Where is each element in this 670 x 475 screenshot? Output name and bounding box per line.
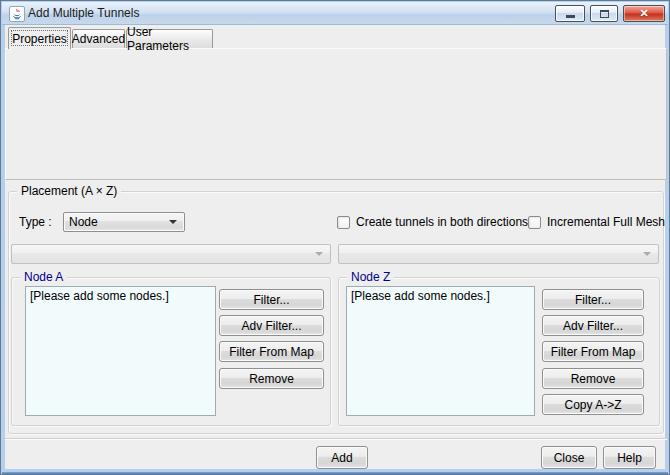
minimize-button[interactable] xyxy=(555,5,585,22)
chevron-down-icon xyxy=(643,252,651,256)
tab-user-parameters[interactable]: User Parameters xyxy=(126,29,213,48)
node-a-remove-button[interactable]: Remove xyxy=(219,368,324,389)
chevron-down-icon xyxy=(315,252,323,256)
create-both-directions-checkbox[interactable] xyxy=(337,216,350,229)
tab-user-parameters-label: User Parameters xyxy=(127,25,212,53)
tab-properties[interactable]: Properties xyxy=(8,27,71,49)
placement-type-label: Type : xyxy=(19,213,52,232)
placement-title: Placement (A × Z) xyxy=(17,184,121,199)
placement-type-value: Node xyxy=(64,215,165,229)
window-title: Add Multiple Tunnels xyxy=(28,6,139,20)
tab-focus-ring xyxy=(11,30,68,46)
tab-advanced-label: Advanced xyxy=(72,32,125,46)
chevron-down-icon xyxy=(169,220,177,224)
tab-content-pane xyxy=(5,48,667,180)
maximize-button[interactable] xyxy=(590,5,618,22)
node-z-list[interactable]: [Please add some nodes.] xyxy=(346,286,535,416)
node-a-adv-filter-button[interactable]: Adv Filter... xyxy=(219,315,324,336)
title-bar[interactable]: Add Multiple Tunnels ✕ xyxy=(2,2,668,25)
java-icon xyxy=(9,6,25,22)
node-a-title: Node A xyxy=(20,270,67,285)
maximize-icon xyxy=(600,10,609,18)
create-both-directions-label: Create tunnels in both directions xyxy=(356,213,528,232)
placement-type-select[interactable]: Node xyxy=(63,212,185,232)
placement-select-a[interactable] xyxy=(11,244,331,264)
node-z-remove-button[interactable]: Remove xyxy=(542,368,644,389)
close-dialog-button[interactable]: Close xyxy=(541,446,597,469)
incremental-full-mesh-checkbox[interactable] xyxy=(528,216,541,229)
incremental-full-mesh-label: Incremental Full Mesh xyxy=(547,213,665,232)
minimize-icon xyxy=(566,15,575,18)
placement-select-z[interactable] xyxy=(338,244,659,264)
node-a-filter-from-map-button[interactable]: Filter From Map xyxy=(219,341,324,362)
close-button[interactable]: ✕ xyxy=(623,5,665,22)
node-z-title: Node Z xyxy=(347,270,394,285)
node-z-copy-az-button[interactable]: Copy A->Z xyxy=(542,394,644,415)
add-multiple-tunnels-dialog: Add Multiple Tunnels ✕ Properties Advanc… xyxy=(0,0,670,475)
node-z-adv-filter-button[interactable]: Adv Filter... xyxy=(542,315,644,336)
node-a-filter-button[interactable]: Filter... xyxy=(219,289,324,310)
close-icon: ✕ xyxy=(639,8,648,19)
footer-separator xyxy=(5,438,667,440)
tab-advanced[interactable]: Advanced xyxy=(72,29,125,48)
node-z-filter-button[interactable]: Filter... xyxy=(542,289,644,310)
help-button[interactable]: Help xyxy=(603,446,656,469)
node-a-list[interactable]: [Please add some nodes.] xyxy=(25,286,216,416)
node-z-filter-from-map-button[interactable]: Filter From Map xyxy=(542,341,644,362)
add-button[interactable]: Add xyxy=(316,446,368,469)
